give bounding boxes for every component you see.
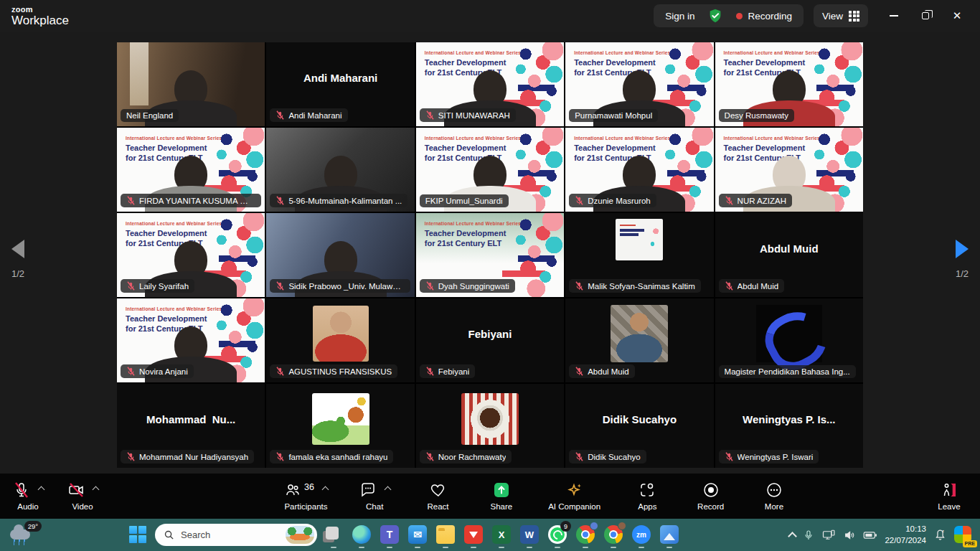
participant-name-tag: Noor Rachmawaty [420,450,512,463]
participant-name-tag: Novira Anjani [121,364,194,378]
titlebar-controls: Sign in Recording View ✕ [654,3,973,29]
leave-button[interactable]: Leave [933,474,966,519]
excel-glyph: X [492,525,511,544]
tray-overflow-chevron[interactable] [789,530,796,540]
taskbar-app-file-explorer-icon[interactable] [435,524,456,545]
participant-name-label: AGUSTINUS FRANSISKUS [288,367,392,376]
leave-icon [941,481,958,499]
participant-tile[interactable]: Didik Sucahyo Didik Sucahyo [565,384,713,468]
participant-tile[interactable]: International Lecture and Webinar Series… [416,213,564,297]
participant-tile[interactable]: International Lecture and Webinar Series… [565,42,713,126]
participant-tile[interactable]: International Lecture and Webinar Series… [715,42,863,126]
participant-tile[interactable]: 5-96-Mutmainah-Kalimantan ... [266,128,414,212]
taskbar-app-chrome-1-icon[interactable] [575,524,596,545]
participant-tile[interactable]: International Lecture and Webinar Series… [416,42,564,126]
react-label: React [428,502,449,511]
sign-in-button[interactable]: Sign in [665,11,694,22]
task-view-glyph [326,527,339,540]
participants-options-chevron[interactable] [321,486,329,494]
weather-widget[interactable]: 29° [10,524,39,547]
taskbar-app-mail-icon[interactable]: ✉ [407,524,428,545]
participant-tile[interactable]: Sidik Prabowo _Univ. Mulawar... [266,213,414,297]
participant-tile[interactable]: Neil England [117,42,265,126]
video-options-chevron[interactable] [92,486,99,494]
chat-button[interactable]: Chat [358,474,391,519]
photos-glyph [660,525,679,544]
participant-tile[interactable]: Andi Maharani Andi Maharani [266,42,414,126]
start-button[interactable] [129,526,146,543]
muted-mic-icon [575,452,584,461]
chat-options-chevron[interactable] [384,486,391,494]
taskbar-app-photos-icon[interactable] [659,524,680,545]
participant-tile[interactable]: International Lecture and Webinar Series… [117,213,265,297]
participant-tile[interactable]: International Lecture and Webinar Series… [565,128,713,212]
muted-mic-icon [275,452,285,461]
participant-name-tag: Dzunie Masruroh [569,194,656,207]
record-button[interactable]: Record [694,474,727,519]
audio-options-chevron[interactable] [37,486,44,494]
taskbar-app-edge-icon[interactable] [351,524,372,545]
participant-tile[interactable]: International Lecture and Webinar Series… [117,128,265,212]
taskbar-app-acrobat-icon[interactable] [463,524,484,545]
participant-name-tag: SITI MUNAWARAH [420,108,516,122]
view-button[interactable]: View [814,4,868,27]
participant-tile[interactable]: Noor Rachmawaty [416,384,564,468]
notification-bell-icon[interactable]: z [933,528,947,542]
tray-speaker-icon[interactable] [843,529,856,541]
close-button[interactable]: ✕ [941,3,973,29]
leave-label: Leave [938,502,960,511]
maximize-button[interactable] [910,3,941,29]
taskbar-app-row: T✉XW9zm [323,524,680,545]
recording-dot-icon [736,13,743,19]
participants-icon [284,481,301,499]
apps-button[interactable]: Apps [631,474,664,519]
participants-button[interactable]: 36 Participants [284,474,328,519]
taskbar-app-zoom-icon[interactable]: zm [631,524,652,545]
taskbar-app-excel-icon[interactable]: X [491,524,512,545]
more-button[interactable]: More [758,474,791,519]
taskbar-app-chrome-2-icon[interactable] [603,524,624,545]
chat-label: Chat [366,502,383,511]
share-button[interactable]: Share [485,474,518,519]
participant-name-tag: FKIP Unmul_Sunardi [420,194,509,207]
tray-mic-icon[interactable] [803,529,814,541]
tray-battery-icon[interactable] [863,530,877,540]
recording-indicator[interactable]: Recording [736,11,792,22]
previous-page-arrow[interactable] [11,240,24,258]
share-label: Share [491,502,513,511]
taskbar-app-task-view-icon[interactable] [323,524,344,545]
taskbar-app-word-icon[interactable]: W [519,524,540,545]
participant-tile[interactable]: Febiyani Febiyani [416,298,564,382]
ai-companion-button[interactable]: AI Companion [548,474,600,519]
participant-name-label: Malik Sofyan-Sanimas Kaltim [588,282,695,291]
participant-tile[interactable]: Malik Sofyan-Sanimas Kaltim [565,213,713,297]
audio-button[interactable]: Audio [11,474,44,519]
participant-name-tag: Dyah Sunggingwati [420,279,515,293]
security-shield-icon[interactable] [707,8,723,24]
participant-tile[interactable]: International Lecture and Webinar Series… [117,298,265,382]
tray-display-icon[interactable] [821,529,836,542]
participant-tile[interactable]: International Lecture and Webinar Series… [416,128,564,212]
gallery-pager-right: 1/2 [956,240,969,279]
participant-tile[interactable]: Magister Pendidikan Bahasa Ing... [715,298,863,382]
participant-tile[interactable]: AGUSTINUS FRANSISKUS [266,298,414,382]
teams-glyph: T [380,525,399,544]
taskbar-app-teams-icon[interactable]: T [379,524,400,545]
participant-tile[interactable]: Weningtyas P. Is... Weningtyas P. Iswari [715,384,863,468]
search-box[interactable]: Search [155,524,317,546]
participant-tile[interactable]: Mohammad Nu... Mohammad Nur Hadiyansyah [117,384,265,468]
chrome-1-profile-badge [590,522,598,530]
participant-tile[interactable]: International Lecture and Webinar Series… [715,128,863,212]
mail-glyph: ✉ [408,525,427,544]
participant-tile[interactable]: famala eka sanhadi rahayu [266,384,414,468]
copilot-icon[interactable]: PRE [954,526,973,545]
minimize-button[interactable] [878,3,910,29]
taskbar-clock[interactable]: 10:13 22/07/2024 [885,524,926,546]
react-button[interactable]: React [422,474,455,519]
participant-tile[interactable]: Abdul Muid [565,298,713,382]
video-button[interactable]: Video [66,474,99,519]
next-page-arrow[interactable] [956,240,969,258]
taskbar-app-whatsapp-icon[interactable]: 9 [547,524,568,545]
participant-tile[interactable]: Abdul Muid Abdul Muid [715,213,863,297]
participant-name-label: Dyah Sunggingwati [438,282,509,291]
